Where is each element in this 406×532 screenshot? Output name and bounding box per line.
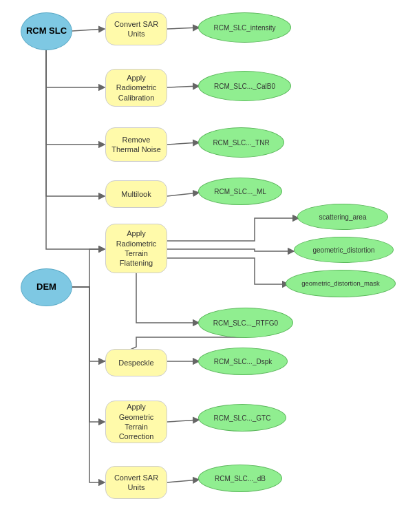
- scattering-area-node: scattering_area: [297, 204, 388, 230]
- rcm-gtc-node: RCM_SLC..._GTC: [198, 404, 286, 432]
- multilook-node: Multilook: [105, 180, 167, 208]
- convert-sar-2-node: Convert SARUnits: [105, 466, 167, 499]
- convert-sar-1-node: Convert SARUnits: [105, 12, 167, 45]
- svg-line-0: [72, 29, 105, 31]
- apply-gtc-node: ApplyGeometricTerrainCorrection: [105, 401, 167, 443]
- rcm-slc-node: RCM SLC: [21, 12, 72, 50]
- svg-line-1: [167, 28, 199, 29]
- remove-thermal-node: RemoveThermal Noise: [105, 127, 167, 162]
- rcm-tnr-node: RCM_SLC..._TNR: [198, 127, 284, 158]
- apply-radio-cal-node: ApplyRadiometricCalibration: [105, 69, 167, 107]
- despeckle-node: Despeckle: [105, 349, 167, 376]
- svg-line-7: [167, 480, 199, 482]
- rcm-calb0-node: RCM_SLC..._CalB0: [198, 71, 291, 101]
- dem-node: DEM: [21, 268, 72, 306]
- rcm-dspk-node: RCM_SLC..._Dspk: [198, 348, 288, 375]
- geometric-distortion-mask-node: geometric_distortion_mask: [286, 270, 396, 297]
- rcm-db-node: RCM_SLC..._dB: [198, 465, 282, 492]
- geometric-distortion-node: geometric_distortion: [294, 237, 394, 263]
- diagram: RCM SLC DEM Convert SARUnits ApplyRadiom…: [0, 0, 406, 532]
- svg-line-6: [167, 420, 199, 422]
- rcm-rtfg0-node: RCM_SLC..._RTFG0: [198, 308, 293, 338]
- rcm-intensity-node: RCM_SLC_intensity: [198, 12, 291, 43]
- svg-line-2: [167, 86, 199, 87]
- svg-line-4: [167, 193, 199, 196]
- apply-rtf-node: ApplyRadiometricTerrainFlattening: [105, 224, 167, 273]
- rcm-ml-node: RCM_SLC..._ML: [198, 178, 282, 205]
- svg-line-3: [167, 142, 199, 145]
